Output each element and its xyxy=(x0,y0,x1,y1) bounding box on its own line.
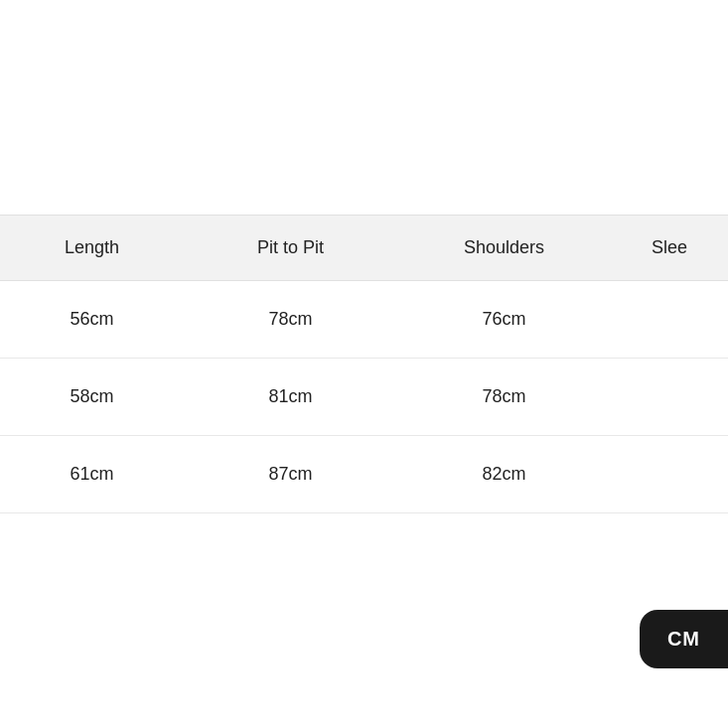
table-header-row: Length Pit to Pit Shoulders Slee xyxy=(0,216,728,281)
header-sleeve: Slee xyxy=(611,216,728,281)
row3-pit: 87cm xyxy=(184,436,397,513)
unit-toggle-button[interactable]: CM xyxy=(640,610,728,668)
table-row: 61cm 87cm 82cm xyxy=(0,436,728,513)
row3-shoulders: 82cm xyxy=(397,436,611,513)
row1-shoulders: 76cm xyxy=(397,281,611,359)
header-shoulders: Shoulders xyxy=(397,216,611,281)
page-wrapper: Length Pit to Pit Shoulders Slee 56cm 78… xyxy=(0,0,728,728)
row1-pit: 78cm xyxy=(184,281,397,359)
table-row: 56cm 78cm 76cm xyxy=(0,281,728,359)
row1-sleeve xyxy=(611,281,728,359)
row2-pit: 81cm xyxy=(184,359,397,436)
size-table-container: Length Pit to Pit Shoulders Slee 56cm 78… xyxy=(0,215,728,513)
row2-length: 58cm xyxy=(0,359,184,436)
size-table: Length Pit to Pit Shoulders Slee 56cm 78… xyxy=(0,215,728,513)
row2-sleeve xyxy=(611,359,728,436)
row3-sleeve xyxy=(611,436,728,513)
row3-length: 61cm xyxy=(0,436,184,513)
table-row: 58cm 81cm 78cm xyxy=(0,359,728,436)
row2-shoulders: 78cm xyxy=(397,359,611,436)
row1-length: 56cm xyxy=(0,281,184,359)
header-length: Length xyxy=(0,216,184,281)
header-pit-to-pit: Pit to Pit xyxy=(184,216,397,281)
